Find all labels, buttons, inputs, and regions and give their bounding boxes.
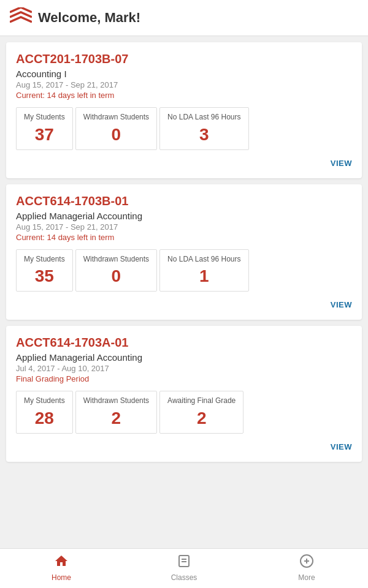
- stat-value-2-0: 28: [24, 409, 65, 428]
- stat-box-0-0: My Students 37: [16, 107, 73, 150]
- nav-label-1: Classes: [171, 573, 197, 582]
- more-icon: [299, 554, 314, 572]
- header-title: Welcome, Mark!: [38, 10, 140, 26]
- svg-rect-1: [182, 559, 186, 560]
- stat-value-1-1: 0: [83, 266, 149, 286]
- view-link-1[interactable]: VIEW: [331, 300, 352, 309]
- stat-value-0-2: 3: [167, 125, 240, 145]
- course-card-2: ACCT614-1703B-01 Applied Managerial Acco…: [6, 184, 362, 320]
- nav-label-0: Home: [52, 573, 71, 582]
- stats-row-2: My Students 28 Withdrawn Students 2 Awai…: [16, 391, 352, 434]
- header: Welcome, Mark!: [0, 0, 368, 36]
- stat-label-0-2: No LDA Last 96 Hours: [167, 113, 240, 123]
- stat-value-1-0: 35: [24, 266, 65, 286]
- course-card-1: ACCT201-1703B-07 Accounting I Aug 15, 20…: [6, 42, 362, 178]
- svg-rect-2: [182, 561, 186, 562]
- stats-row-1: My Students 35 Withdrawn Students 0 No L…: [16, 249, 352, 292]
- card-footer-2: VIEW: [16, 441, 352, 452]
- stat-label-2-2: Awaiting Final Grade: [167, 396, 236, 406]
- stat-value-2-1: 2: [83, 409, 149, 428]
- card-footer-1: VIEW: [16, 299, 352, 310]
- stats-row-0: My Students 37 Withdrawn Students 0 No L…: [16, 107, 352, 150]
- stat-box-2-2: Awaiting Final Grade 2: [159, 391, 243, 434]
- card-footer-0: VIEW: [16, 157, 352, 168]
- course-dates-1: Aug 15, 2017 - Sep 21, 2017: [16, 222, 352, 232]
- view-link-0[interactable]: VIEW: [331, 159, 352, 168]
- stat-box-1-2: No LDA Last 96 Hours 1: [159, 249, 248, 292]
- stat-box-1-0: My Students 35: [16, 249, 73, 292]
- course-status-2: Final Grading Period: [16, 374, 352, 383]
- classes-icon: [177, 554, 191, 572]
- course-status-1: Current: 14 days left in term: [16, 233, 352, 242]
- course-id-1: ACCT614-1703B-01: [16, 194, 352, 208]
- nav-label-2: More: [298, 573, 315, 582]
- nav-classes[interactable]: Classes: [159, 554, 209, 582]
- view-link-2[interactable]: VIEW: [331, 442, 352, 451]
- stat-value-0-1: 0: [83, 125, 149, 145]
- course-id-0: ACCT201-1703B-07: [16, 52, 352, 66]
- stat-label-1-2: No LDA Last 96 Hours: [167, 255, 240, 265]
- stat-label-2-1: Withdrawn Students: [83, 396, 149, 406]
- stat-box-1-1: Withdrawn Students 0: [75, 249, 157, 292]
- stat-label-0-1: Withdrawn Students: [83, 113, 149, 123]
- stat-value-0-0: 37: [24, 125, 65, 145]
- stat-label-1-0: My Students: [24, 255, 65, 265]
- nav-home[interactable]: Home: [37, 554, 86, 582]
- course-card-3: ACCT614-1703A-01 Applied Managerial Acco…: [6, 326, 362, 462]
- stat-value-2-2: 2: [167, 409, 236, 428]
- cards-container: ACCT201-1703B-07 Accounting I Aug 15, 20…: [0, 36, 368, 511]
- course-name-2: Applied Managerial Accounting: [16, 352, 352, 363]
- course-dates-2: Jul 4, 2017 - Aug 10, 2017: [16, 364, 352, 373]
- course-name-0: Accounting I: [16, 69, 352, 79]
- course-status-0: Current: 14 days left in term: [16, 91, 352, 100]
- stat-value-1-2: 1: [167, 266, 240, 286]
- stat-label-2-0: My Students: [24, 396, 65, 406]
- stat-box-2-0: My Students 28: [16, 391, 73, 434]
- stat-box-0-2: No LDA Last 96 Hours 3: [159, 107, 248, 150]
- stat-box-2-1: Withdrawn Students 2: [75, 391, 157, 434]
- school-logo-icon: [10, 7, 32, 28]
- bottom-nav: Home Classes More: [0, 548, 368, 588]
- stat-label-0-0: My Students: [24, 113, 65, 123]
- stat-label-1-1: Withdrawn Students: [83, 255, 149, 265]
- course-id-2: ACCT614-1703A-01: [16, 336, 352, 350]
- course-dates-0: Aug 15, 2017 - Sep 21, 2017: [16, 80, 352, 89]
- course-name-1: Applied Managerial Accounting: [16, 211, 352, 221]
- stat-box-0-1: Withdrawn Students 0: [75, 107, 157, 150]
- nav-more[interactable]: More: [282, 554, 331, 582]
- home-icon: [54, 554, 69, 572]
